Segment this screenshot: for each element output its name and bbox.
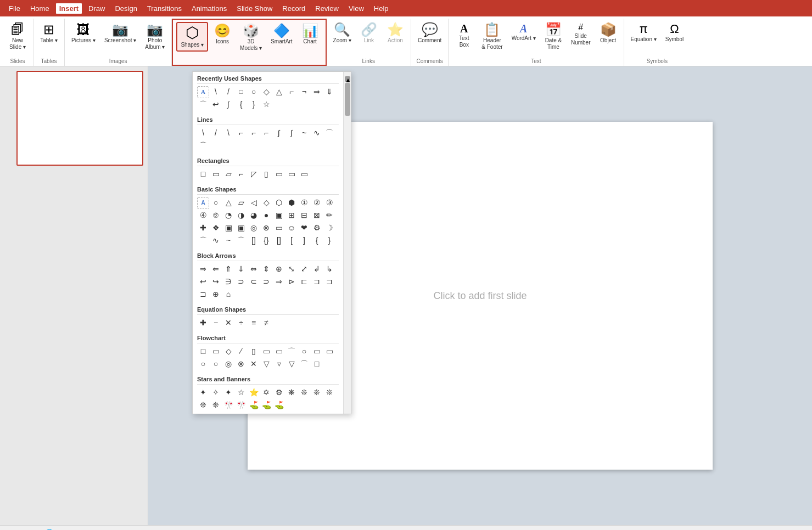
star-32pt[interactable]: ❊ bbox=[311, 387, 323, 399]
bs-sqbrk1[interactable]: [ bbox=[285, 235, 298, 247]
ba-blk3[interactable]: ⊏ bbox=[298, 276, 310, 288]
menu-draw[interactable]: Draw bbox=[84, 2, 109, 15]
fc-manual[interactable]: ▭ bbox=[323, 346, 335, 358]
eq-plus[interactable]: ✚ bbox=[197, 317, 209, 329]
bs-arc[interactable]: ⌒ bbox=[197, 235, 209, 247]
shape-rect[interactable]: □ bbox=[235, 86, 247, 98]
star-4pt[interactable]: ✦ bbox=[197, 387, 209, 399]
icons-button[interactable]: 😊 Icons bbox=[210, 22, 234, 47]
rect-1[interactable]: □ bbox=[197, 168, 209, 181]
star-24pt[interactable]: ❊ bbox=[298, 387, 310, 399]
shape-brace-close[interactable]: } bbox=[248, 99, 260, 111]
shape-corner[interactable]: ⌐ bbox=[285, 86, 298, 98]
shape-oval[interactable]: ○ bbox=[248, 86, 260, 98]
banner-1[interactable]: 🎌 bbox=[222, 399, 234, 411]
fc-loop[interactable]: ○ bbox=[197, 358, 209, 370]
shape-arrow-right[interactable]: ⇒ bbox=[311, 86, 323, 98]
ba-blk5[interactable]: ⊐ bbox=[323, 276, 335, 288]
equation-button[interactable]: π Equation ▾ bbox=[628, 21, 660, 45]
new-slide-button[interactable]: 🗐 NewSlide ▾ bbox=[5, 21, 30, 53]
fc-internal[interactable]: ▭ bbox=[260, 346, 272, 358]
wordart-button[interactable]: A WordArt ▾ bbox=[508, 21, 539, 44]
ba-home[interactable]: ⌂ bbox=[222, 289, 234, 301]
shape-arrow-down[interactable]: ⇓ bbox=[323, 86, 335, 98]
menu-animations[interactable]: Animations bbox=[187, 2, 231, 15]
fc-altprocess[interactable]: ▭ bbox=[210, 346, 222, 358]
line-1[interactable]: \ bbox=[197, 127, 209, 139]
object-button[interactable]: 📦 Object bbox=[596, 21, 620, 46]
ba-turn1[interactable]: ↩ bbox=[197, 276, 209, 288]
banner-2[interactable]: 🎌 bbox=[235, 399, 247, 411]
fc-display[interactable]: ✕ bbox=[248, 358, 260, 370]
fc-decision[interactable]: ◇ bbox=[222, 346, 234, 358]
star-16pt[interactable]: ❋ bbox=[285, 387, 298, 399]
bs-parallelogram[interactable]: ▱ bbox=[235, 197, 247, 209]
shape-diamond[interactable]: ◇ bbox=[260, 86, 272, 98]
ba-blk6[interactable]: ⊐ bbox=[197, 289, 209, 301]
bs-pie3[interactable]: ◕ bbox=[248, 210, 260, 222]
shape-curve[interactable]: ∫ bbox=[222, 99, 234, 111]
bs-heart[interactable]: ❤ bbox=[298, 222, 310, 234]
line-arc1[interactable]: ⌒ bbox=[323, 127, 335, 139]
ba-up[interactable]: ⇑ bbox=[222, 263, 234, 275]
ba-blk2[interactable]: ⊳ bbox=[285, 276, 298, 288]
ba-fwd[interactable]: ⊃ bbox=[235, 276, 247, 288]
ba-redo[interactable]: ⊃ bbox=[260, 276, 272, 288]
fc-process[interactable]: □ bbox=[197, 346, 209, 358]
line-s1[interactable]: ∫ bbox=[273, 127, 285, 139]
ba-ud[interactable]: ⇕ bbox=[260, 263, 272, 275]
3d-models-button[interactable]: 🎲 3DModels ▾ bbox=[237, 22, 265, 54]
bs-target[interactable]: ◎ bbox=[248, 222, 260, 234]
shape-line-diag2[interactable]: / bbox=[222, 86, 234, 98]
bs-pencil[interactable]: ✏ bbox=[323, 210, 335, 222]
fc-extract[interactable]: ▽ bbox=[285, 358, 298, 370]
bs-triangle[interactable]: △ bbox=[222, 197, 234, 209]
bs-shape1[interactable]: ⌒ bbox=[235, 235, 247, 247]
fc-delay[interactable]: ○ bbox=[210, 358, 222, 370]
ba-diag1[interactable]: ⤡ bbox=[285, 263, 298, 275]
ba-back[interactable]: ∋ bbox=[222, 276, 234, 288]
menu-home[interactable]: Home bbox=[26, 2, 54, 15]
fc-terminator[interactable]: ○ bbox=[298, 346, 310, 358]
shape-not[interactable]: ¬ bbox=[298, 86, 310, 98]
fc-data[interactable]: ∕ bbox=[235, 346, 247, 358]
ba-blk1[interactable]: ⇒ bbox=[273, 276, 285, 288]
rect-2[interactable]: ▭ bbox=[210, 168, 222, 181]
bs-gear[interactable]: ❖ bbox=[210, 222, 222, 234]
menu-view[interactable]: View bbox=[344, 2, 368, 15]
shape-line-diag[interactable]: \ bbox=[210, 86, 222, 98]
line-elbow3[interactable]: ⌐ bbox=[260, 127, 272, 139]
rect-6[interactable]: ▯ bbox=[260, 168, 272, 181]
bs-num3[interactable]: ③ bbox=[323, 197, 335, 209]
comment-button[interactable]: 💬 Comment bbox=[415, 21, 445, 46]
rect-5[interactable]: ◸ bbox=[248, 168, 260, 181]
bs-circle[interactable]: ● bbox=[260, 210, 272, 222]
star-12pt[interactable]: ⚙ bbox=[273, 387, 285, 399]
action-button[interactable]: ⭐ Action bbox=[383, 21, 407, 46]
bs-oval[interactable]: ○ bbox=[210, 197, 222, 209]
bs-textbox[interactable]: A bbox=[197, 197, 209, 209]
menu-insert[interactable]: Insert bbox=[55, 2, 83, 15]
bs-sqbrk2[interactable]: ] bbox=[298, 235, 310, 247]
table-button[interactable]: ⊞ Table ▾ bbox=[37, 21, 61, 46]
line-wave[interactable]: ~ bbox=[298, 127, 310, 139]
fc-merge[interactable]: ⌒ bbox=[298, 358, 310, 370]
photo-album-button[interactable]: 📷 PhotoAlbum ▾ bbox=[142, 21, 168, 53]
bs-block[interactable]: ▭ bbox=[273, 222, 285, 234]
line-elbow1[interactable]: ⌐ bbox=[235, 127, 247, 139]
bs-pie1[interactable]: ◔ bbox=[222, 210, 234, 222]
star-7pt[interactable]: ☆ bbox=[235, 387, 247, 399]
menu-review[interactable]: Review bbox=[311, 2, 343, 15]
banner-4[interactable]: ⛳ bbox=[260, 399, 272, 411]
shape-triangle[interactable]: △ bbox=[273, 86, 285, 98]
bs-box1[interactable]: ▣ bbox=[222, 222, 234, 234]
line-s2[interactable]: ∫ bbox=[285, 127, 298, 139]
bs-no[interactable]: ⊠ bbox=[311, 210, 323, 222]
bs-num12[interactable]: ⑫ bbox=[210, 210, 222, 222]
bs-diamond[interactable]: ◇ bbox=[260, 197, 272, 209]
bs-cross[interactable]: ⊞ bbox=[285, 210, 298, 222]
menu-slideshow[interactable]: Slide Show bbox=[232, 2, 277, 15]
bs-num2[interactable]: ② bbox=[311, 197, 323, 209]
bs-hexagon[interactable]: ⬡ bbox=[273, 197, 285, 209]
ba-right[interactable]: ⇒ bbox=[197, 263, 209, 275]
